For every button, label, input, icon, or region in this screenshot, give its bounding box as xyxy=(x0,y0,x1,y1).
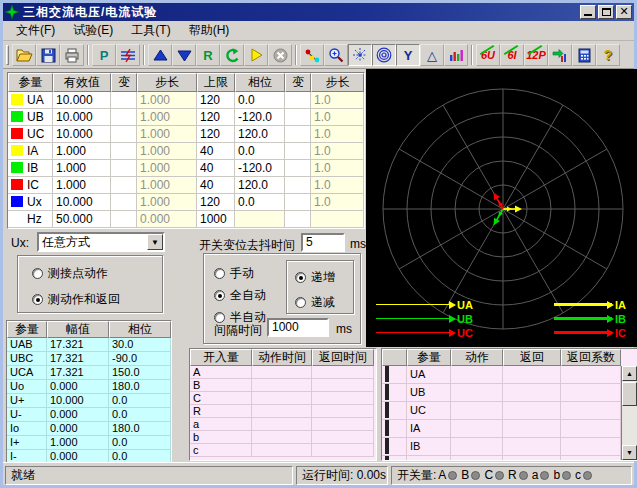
results-scrollbar[interactable]: ▲ ▼ xyxy=(621,366,637,460)
run-mode-option[interactable]: 手动 xyxy=(214,265,266,282)
vary2-cell[interactable] xyxy=(285,126,311,143)
scroll-up-icon[interactable]: ▲ xyxy=(622,366,637,381)
test-mode-option[interactable]: 测接点动作 xyxy=(32,265,162,282)
vary-cell[interactable] xyxy=(111,194,137,211)
phase-step-cell[interactable]: 1.0 xyxy=(311,177,364,194)
radio-icon[interactable] xyxy=(214,290,225,301)
phase-cell[interactable]: 120.0 xyxy=(235,126,285,143)
test-mode-option[interactable]: 测动作和返回 xyxy=(32,291,162,308)
radio-icon[interactable] xyxy=(295,272,306,283)
limit-cell[interactable]: 40 xyxy=(197,177,235,194)
phase-cell[interactable]: 0.0 xyxy=(235,194,285,211)
undo-button[interactable] xyxy=(220,44,244,66)
limit-cell[interactable]: 120 xyxy=(197,194,235,211)
vary2-cell[interactable] xyxy=(285,92,311,109)
phase-step-cell[interactable]: 1.0 xyxy=(311,143,364,160)
edit-12p-button[interactable]: 12P xyxy=(524,44,548,66)
rings-button[interactable] xyxy=(372,44,396,66)
vary2-cell[interactable] xyxy=(285,177,311,194)
select-cell[interactable] xyxy=(382,402,407,420)
step-cell[interactable]: 0.000 xyxy=(137,211,197,228)
reset-button[interactable]: R xyxy=(196,44,220,66)
rms-cell[interactable]: 10.000 xyxy=(53,109,111,126)
step-cell[interactable]: 1.000 xyxy=(137,109,197,126)
vary-cell[interactable] xyxy=(111,126,137,143)
phase-step-cell[interactable]: 1.0 xyxy=(311,194,364,211)
limit-cell[interactable]: 1000 xyxy=(197,211,235,228)
step-cell[interactable]: 1.000 xyxy=(137,194,197,211)
vary-cell[interactable] xyxy=(111,109,137,126)
phase-step-cell[interactable]: 1.0 xyxy=(311,92,364,109)
help-button[interactable]: ? xyxy=(596,44,620,66)
rms-cell[interactable]: 1.000 xyxy=(53,177,111,194)
step-cell[interactable]: 1.000 xyxy=(137,177,197,194)
phase-step-cell[interactable]: 1.0 xyxy=(311,160,364,177)
phase-cell[interactable] xyxy=(235,211,285,228)
rms-cell[interactable]: 1.000 xyxy=(53,143,111,160)
menu-item[interactable]: 试验(E) xyxy=(64,20,122,41)
menu-item[interactable]: 工具(T) xyxy=(122,20,179,41)
phase-cell[interactable]: 120.0 xyxy=(235,177,285,194)
step-cell[interactable]: 1.000 xyxy=(137,92,197,109)
phase-step-cell[interactable] xyxy=(311,211,364,228)
step-up-button[interactable] xyxy=(148,44,172,66)
limit-cell[interactable]: 120 xyxy=(197,92,235,109)
interval-input[interactable]: 1000 xyxy=(267,318,329,337)
waveform-button[interactable] xyxy=(116,44,140,66)
close-button[interactable]: ✕ xyxy=(616,5,632,19)
stop-button[interactable] xyxy=(268,44,292,66)
radio-icon[interactable] xyxy=(295,297,306,308)
polar-grid-button[interactable] xyxy=(348,44,372,66)
minimize-button[interactable] xyxy=(580,5,596,19)
vary2-cell[interactable] xyxy=(285,160,311,177)
select-cell[interactable] xyxy=(382,384,407,402)
select-cell[interactable] xyxy=(382,420,407,438)
vary-cell[interactable] xyxy=(111,92,137,109)
radio-icon[interactable] xyxy=(214,268,225,279)
menu-item[interactable]: 文件(F) xyxy=(7,20,64,41)
phase-cell[interactable]: -120.0 xyxy=(235,109,285,126)
ux-mode-select[interactable]: 任意方式 ▼ xyxy=(37,232,165,252)
rms-cell[interactable]: 50.000 xyxy=(53,211,111,228)
maximize-button[interactable] xyxy=(598,5,614,19)
vary2-cell[interactable] xyxy=(285,211,311,228)
select-cell[interactable] xyxy=(382,438,407,456)
limit-cell[interactable]: 40 xyxy=(197,160,235,177)
rms-cell[interactable]: 10.000 xyxy=(53,92,111,109)
rms-cell[interactable]: 1.000 xyxy=(53,160,111,177)
checkbox-icon[interactable] xyxy=(385,456,389,461)
checkbox-icon[interactable] xyxy=(385,366,389,382)
limit-cell[interactable]: 120 xyxy=(197,126,235,143)
bars-button[interactable] xyxy=(444,44,468,66)
step-cell[interactable]: 1.000 xyxy=(137,126,197,143)
edit-6i-button[interactable]: 6I xyxy=(500,44,524,66)
save-button[interactable] xyxy=(36,44,60,66)
toolbar-grip[interactable] xyxy=(6,45,9,65)
checkbox-icon[interactable] xyxy=(385,420,389,436)
scroll-down-icon[interactable]: ▼ xyxy=(622,445,637,460)
chevron-down-icon[interactable]: ▼ xyxy=(147,234,163,250)
vary-cell[interactable] xyxy=(111,160,137,177)
limit-cell[interactable]: 40 xyxy=(197,143,235,160)
phase-cell[interactable]: 0.0 xyxy=(235,92,285,109)
wye-button[interactable]: Y xyxy=(396,44,420,66)
rms-cell[interactable]: 10.000 xyxy=(53,194,111,211)
vary2-cell[interactable] xyxy=(285,143,311,160)
radio-icon[interactable] xyxy=(32,294,43,305)
step-down-button[interactable] xyxy=(172,44,196,66)
vary-cell[interactable] xyxy=(111,177,137,194)
checkbox-icon[interactable] xyxy=(385,438,389,454)
direction-option[interactable]: 递减 xyxy=(295,294,353,311)
run-mode-option[interactable]: 全自动 xyxy=(214,287,266,304)
limit-cell[interactable]: 120 xyxy=(197,109,235,126)
vary-cell[interactable] xyxy=(111,211,137,228)
phase-p-button[interactable]: P xyxy=(92,44,116,66)
direction-option[interactable]: 递增 xyxy=(295,269,353,286)
select-cell[interactable] xyxy=(382,456,407,461)
zoom-button[interactable] xyxy=(324,44,348,66)
vary2-cell[interactable] xyxy=(285,109,311,126)
run-button[interactable] xyxy=(244,44,268,66)
scrollbar-thumb[interactable] xyxy=(622,382,637,406)
open-file-button[interactable] xyxy=(12,44,36,66)
menu-item[interactable]: 帮助(H) xyxy=(180,20,239,41)
